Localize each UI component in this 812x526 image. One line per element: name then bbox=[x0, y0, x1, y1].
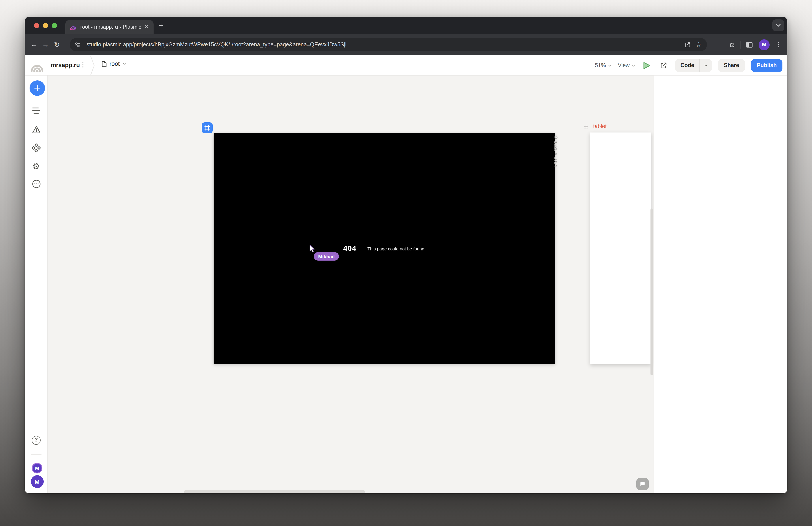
plasmic-logo bbox=[30, 59, 44, 72]
page-artboard[interactable]: 404 This page could not be found. bbox=[214, 133, 555, 364]
browser-window: root - mrsapp.ru - Plasmic × + ← → ↻ bbox=[25, 17, 787, 493]
components-icon bbox=[32, 144, 41, 152]
chat-bubble-icon bbox=[639, 481, 646, 487]
page-selector[interactable]: root bbox=[102, 60, 127, 67]
view-label: View bbox=[618, 62, 630, 69]
browser-menu-icon[interactable] bbox=[773, 42, 784, 47]
gear-icon: ⚙ bbox=[32, 161, 40, 171]
reload-button[interactable]: ↻ bbox=[51, 40, 63, 49]
url-bar[interactable]: studio.plasmic.app/projects/hBpjxGzmMzut… bbox=[70, 38, 707, 51]
code-caret-button[interactable] bbox=[700, 59, 712, 72]
insert-button[interactable] bbox=[29, 80, 45, 96]
project-menu-icon[interactable] bbox=[78, 62, 88, 68]
window-close-button[interactable] bbox=[34, 23, 39, 28]
comment-button[interactable] bbox=[636, 478, 649, 490]
zoom-selector[interactable]: 51% bbox=[595, 62, 612, 69]
outline-icon bbox=[32, 107, 41, 114]
browser-toolbar-right: M bbox=[726, 34, 787, 55]
browser-tab[interactable]: root - mrsapp.ru - Plasmic × bbox=[65, 20, 154, 34]
tab-close-icon[interactable]: × bbox=[143, 24, 150, 30]
artboard-frame-button[interactable] bbox=[202, 122, 213, 133]
publish-button[interactable]: Publish bbox=[751, 59, 782, 72]
more-circle-icon bbox=[31, 179, 41, 188]
new-tab-button[interactable]: + bbox=[157, 22, 165, 30]
left-rail: ⚙ ? M M bbox=[25, 75, 48, 493]
outline-panel-button[interactable] bbox=[25, 107, 48, 114]
multiplayer-cursor-icon bbox=[309, 245, 315, 253]
breadcrumb-chevron bbox=[90, 56, 95, 75]
right-panel bbox=[654, 75, 787, 493]
vertical-scrollbar[interactable] bbox=[651, 209, 653, 375]
error-message: This page could not be found. bbox=[367, 246, 426, 251]
help-icon: ? bbox=[32, 436, 41, 445]
plasmic-header-right: 51% View Code bbox=[595, 55, 782, 75]
plasmic-favicon bbox=[70, 24, 77, 30]
code-button[interactable]: Code bbox=[675, 59, 700, 72]
warning-icon bbox=[31, 125, 41, 134]
view-selector[interactable]: View bbox=[618, 62, 636, 69]
issues-button[interactable] bbox=[25, 125, 48, 134]
help-button[interactable]: ? bbox=[25, 436, 48, 445]
tab-title: root - mrsapp.ru - Plasmic bbox=[80, 24, 143, 30]
page-caret-icon bbox=[122, 62, 127, 66]
chevron-down-icon bbox=[776, 24, 781, 27]
site-settings-icon[interactable] bbox=[72, 41, 83, 48]
user-avatar[interactable]: M bbox=[31, 475, 43, 488]
project-name[interactable]: mrsapp.ru bbox=[51, 62, 80, 69]
more-tools-button[interactable] bbox=[25, 179, 48, 188]
back-button[interactable]: ← bbox=[28, 41, 40, 48]
preview-play-button[interactable] bbox=[642, 61, 651, 70]
tab-strip: root - mrsapp.ru - Plasmic × + bbox=[25, 17, 787, 34]
components-button[interactable] bbox=[25, 144, 48, 152]
error-code: 404 bbox=[343, 244, 356, 253]
forward-button[interactable]: → bbox=[40, 41, 51, 48]
presence-avatar[interactable]: M bbox=[32, 463, 42, 473]
browser-toolbar: ← → ↻ studio.plasmic.app/projects/hBpjxG… bbox=[25, 34, 787, 55]
code-button-group: Code bbox=[675, 59, 712, 72]
horizontal-scrollbar[interactable] bbox=[184, 490, 365, 493]
artboard-dimensions: ⚙ 1520 × 1024 bbox=[553, 135, 559, 167]
tablet-frame-handle-icon[interactable] bbox=[584, 125, 588, 129]
dimension-gear-icon: ⚙ bbox=[553, 135, 559, 139]
page-name: root bbox=[110, 60, 120, 67]
side-panel-icon[interactable] bbox=[744, 41, 755, 48]
toolbar-divider bbox=[740, 41, 741, 48]
tablet-artboard-label[interactable]: tablet bbox=[593, 123, 607, 129]
zoom-level: 51% bbox=[595, 62, 606, 69]
open-preview-icon[interactable] bbox=[660, 61, 667, 69]
url-text: studio.plasmic.app/projects/hBpjxGzmMzut… bbox=[87, 42, 681, 48]
extensions-icon[interactable] bbox=[726, 41, 738, 48]
send-page-icon[interactable] bbox=[681, 41, 693, 48]
desktop: root - mrsapp.ru - Plasmic × + ← → ↻ bbox=[0, 0, 812, 526]
tablet-artboard[interactable] bbox=[590, 132, 651, 364]
bookmark-star-icon[interactable]: ☆ bbox=[693, 41, 704, 48]
tab-search-button[interactable] bbox=[772, 19, 784, 31]
browser-profile-avatar[interactable]: M bbox=[758, 39, 770, 50]
window-minimize-button[interactable] bbox=[43, 23, 48, 28]
error-divider bbox=[362, 242, 362, 255]
rail-divider bbox=[31, 454, 42, 455]
page-icon bbox=[102, 61, 107, 67]
window-zoom-button[interactable] bbox=[52, 23, 57, 28]
frame-icon bbox=[204, 125, 211, 131]
multiplayer-cursor-label: Mikhail bbox=[314, 252, 339, 260]
design-canvas[interactable]: 404 This page could not be found. ⚙ 1520… bbox=[48, 75, 654, 493]
share-button[interactable]: Share bbox=[718, 59, 745, 72]
settings-button[interactable]: ⚙ bbox=[25, 161, 48, 171]
dimension-text: 1520 × 1024 bbox=[553, 141, 559, 167]
plasmic-header: mrsapp.ru root 51% bbox=[25, 55, 787, 75]
not-found-row: 404 This page could not be found. bbox=[343, 242, 425, 255]
